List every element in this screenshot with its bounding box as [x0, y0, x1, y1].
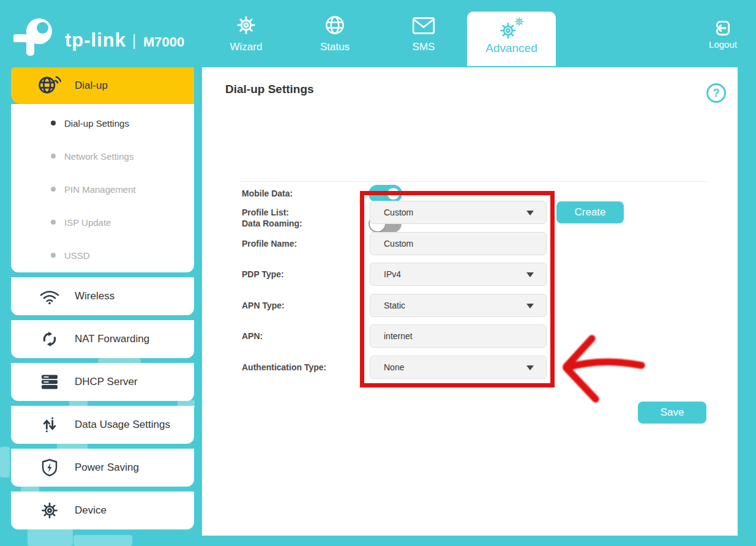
sidebar-item-power-saving[interactable]: Power Saving: [11, 449, 194, 487]
envelope-icon: [395, 15, 452, 38]
sidebar-group-dialup: Dial-up Dial-up Settings Network Setting…: [11, 67, 194, 272]
sidebar-item-ussd[interactable]: USSD: [11, 239, 194, 272]
sidebar-item-label: NAT Forwarding: [75, 333, 149, 345]
sidebar-item-isp-update[interactable]: ISP Update: [11, 206, 194, 239]
pdp-type-label: PDP Type:: [242, 263, 284, 286]
gear-icon: [218, 15, 274, 38]
chevron-down-icon: [526, 365, 534, 370]
tp-link-logo-icon: [12, 11, 60, 60]
section-divider: [241, 181, 707, 182]
apn-type-select[interactable]: Static: [370, 294, 547, 317]
router-admin-screen: tp-link | M7000 Wizard St: [0, 0, 756, 546]
bullet-icon: [51, 121, 56, 125]
sidebar-item-pin-management[interactable]: PIN Management: [11, 173, 194, 206]
sidebar-item-wireless[interactable]: Wireless: [11, 277, 194, 315]
chevron-down-icon: [526, 304, 534, 309]
sidebar-item-dhcp-server[interactable]: DHCP Server: [11, 363, 194, 401]
sidebar-item-label: Device: [75, 504, 107, 517]
bullet-icon: [51, 187, 56, 192]
sidebar-item-data-usage-settings[interactable]: Data Usage Settings: [11, 406, 194, 444]
logout-icon: [700, 18, 746, 39]
tp-link-logo: tp-link | M7000: [12, 9, 171, 60]
apn-input[interactable]: [370, 324, 547, 348]
authentication-type-select[interactable]: None: [370, 356, 547, 379]
apn-label: APN:: [242, 324, 263, 348]
sidebar-subitem-label: Dial-up Settings: [64, 118, 129, 129]
profile-name-label: Profile Name:: [242, 232, 297, 255]
help-icon[interactable]: ?: [706, 83, 726, 103]
tab-status-label: Status: [307, 41, 363, 53]
sidebar-subitem-label: USSD: [64, 250, 90, 261]
create-button[interactable]: Create: [556, 201, 624, 223]
tab-wizard[interactable]: Wizard: [218, 15, 274, 53]
sidebar-subitem-label: Network Settings: [64, 151, 133, 162]
dialup-submenu: Dial-up Settings Network Settings PIN Ma…: [11, 104, 194, 272]
top-bar: tp-link | M7000 Wizard St: [0, 0, 756, 66]
sidebar-item-dialup-label: Dial-up: [75, 80, 108, 92]
pdp-type-value: IPv4: [384, 269, 401, 279]
sidebar-item-label: Data Usage Settings: [75, 419, 170, 431]
sidebar-item-label: DHCP Server: [75, 376, 138, 388]
bullet-icon: [51, 220, 56, 225]
globe-signal-icon: [38, 74, 61, 97]
mobile-data-label: Mobile Data:: [242, 185, 293, 203]
brand-name: tp-link: [65, 29, 126, 51]
sidebar-item-label: Power Saving: [75, 462, 139, 474]
refresh-icon: [38, 331, 61, 348]
save-button[interactable]: Save: [638, 402, 706, 424]
double-gear-icon: [467, 17, 556, 40]
pdp-type-select[interactable]: IPv4: [370, 263, 547, 286]
sidebar-item-nat-forwarding[interactable]: NAT Forwarding: [11, 320, 194, 358]
logout-label: Logout: [709, 39, 737, 50]
brand-divider: |: [132, 32, 137, 50]
sidebar-item-label: Wireless: [75, 290, 114, 302]
profile-list-label: Profile List:: [242, 201, 289, 224]
shield-bolt-icon: [38, 458, 61, 477]
page-title: Dial-up Settings: [225, 83, 314, 96]
tab-advanced-label: Advanced: [467, 42, 556, 55]
tab-sms-label: SMS: [395, 41, 452, 53]
tab-advanced[interactable]: Advanced: [467, 12, 556, 66]
up-down-arrows-icon: [38, 416, 61, 433]
globe-icon: [307, 15, 363, 38]
model-name: M7000: [143, 34, 184, 50]
sidebar-item-device[interactable]: Device: [11, 492, 194, 529]
sidebar-item-network-settings[interactable]: Network Settings: [11, 140, 194, 173]
profile-list-value: Custom: [384, 208, 413, 217]
authentication-type-label: Authentication Type:: [242, 356, 326, 379]
sidebar-subitem-label: ISP Update: [64, 217, 111, 228]
wifi-icon: [38, 288, 61, 305]
server-icon: [38, 374, 61, 390]
profile-name-input[interactable]: [370, 232, 547, 255]
sidebar-item-dialup-settings[interactable]: Dial-up Settings: [11, 107, 194, 140]
sidebar-subitem-label: PIN Management: [64, 184, 136, 195]
authentication-type-value: None: [384, 362, 404, 372]
toggle-knob: [384, 185, 402, 203]
logout-button[interactable]: Logout: [700, 18, 746, 50]
chevron-down-icon: [526, 211, 534, 215]
mobile-data-toggle[interactable]: [369, 185, 402, 203]
apn-type-value: Static: [384, 301, 405, 310]
main-content-panel: Dial-up Settings ? Mobile Data: Data Roa…: [202, 67, 738, 536]
gear-icon: [38, 501, 61, 520]
chevron-down-icon: [526, 272, 534, 277]
sidebar-item-dialup[interactable]: Dial-up: [11, 67, 194, 104]
tab-sms[interactable]: SMS: [395, 15, 452, 53]
apn-type-label: APN Type:: [242, 294, 285, 317]
bullet-icon: [51, 154, 56, 159]
profile-list-select[interactable]: Custom: [370, 201, 547, 224]
tab-wizard-label: Wizard: [218, 41, 274, 53]
tab-status[interactable]: Status: [307, 15, 363, 53]
bullet-icon: [51, 253, 56, 258]
